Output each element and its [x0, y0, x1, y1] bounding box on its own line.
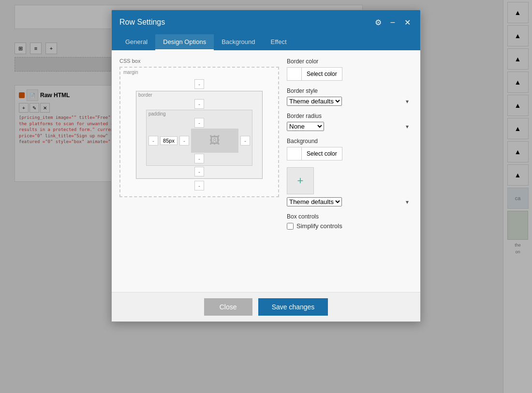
css-box-label: CSS box	[119, 58, 279, 64]
background-color-select-btn[interactable]: Select color	[301, 147, 342, 160]
border-top-btn[interactable]: -	[194, 99, 204, 109]
modal-title: Row Settings	[119, 18, 165, 27]
border-color-label: Border color	[287, 58, 413, 65]
css-box-section: CSS box margin - border -	[119, 58, 279, 284]
close-button[interactable]: Close	[204, 298, 252, 316]
background-dropdown-select[interactable]: Theme defaults Custom Transparent	[287, 197, 342, 206]
right-panel: Border color Select color Border style T…	[287, 58, 413, 284]
margin-top-btn[interactable]: -	[194, 79, 204, 89]
settings-icon-button[interactable]: ⚙	[373, 17, 384, 28]
row-settings-modal: Row Settings ⚙ – ✕ General Design Option…	[111, 10, 421, 322]
border-radius-select[interactable]: None Rounded Round	[287, 122, 324, 131]
background-color-row: Select color	[287, 147, 413, 160]
border-radius-dropdown-wrapper: None Rounded Round	[287, 122, 413, 131]
padding-top-btn[interactable]: -	[194, 118, 204, 128]
tab-design-options[interactable]: Design Options	[155, 34, 214, 50]
background-label: Background	[287, 138, 413, 145]
save-changes-button[interactable]: Save changes	[258, 298, 328, 316]
border-label: border	[138, 92, 152, 98]
css-box-container: margin - border -	[119, 67, 279, 197]
simplify-controls-checkbox[interactable]	[287, 223, 294, 230]
tab-general[interactable]: General	[118, 34, 155, 50]
border-color-group: Border color Select color	[287, 58, 413, 81]
simplify-controls-label[interactable]: Simplify controls	[296, 222, 342, 230]
border-radius-group: Border radius None Rounded Round	[287, 113, 413, 131]
modal-overlay: Row Settings ⚙ – ✕ General Design Option…	[0, 0, 532, 393]
content-placeholder-icon: 🖼	[209, 134, 220, 147]
modal-header-actions: ⚙ – ✕	[373, 17, 413, 28]
padding-label: padding	[148, 111, 166, 116]
modal-footer: Close Save changes	[112, 292, 420, 321]
minimize-button[interactable]: –	[387, 17, 398, 28]
margin-label: margin	[123, 70, 138, 75]
modal-body: CSS box margin - border -	[112, 50, 420, 292]
padding-left-btn[interactable]: -	[148, 136, 158, 146]
background-group: Background Select color	[287, 138, 413, 160]
border-color-select-btn[interactable]: Select color	[301, 67, 342, 81]
border-style-label: Border style	[287, 87, 413, 94]
gear-icon: ⚙	[375, 18, 382, 27]
close-icon: ✕	[404, 18, 411, 27]
close-modal-button[interactable]: ✕	[402, 17, 413, 28]
left-margin-value[interactable]: 85px	[160, 136, 177, 145]
padding-bottom-btn[interactable]: -	[194, 154, 204, 163]
border-radius-label: Border radius	[287, 113, 413, 119]
tab-effect[interactable]: Effect	[263, 34, 295, 50]
border-style-group: Border style Theme defaults None Solid D…	[287, 87, 413, 106]
background-dropdown-wrapper: Theme defaults Custom Transparent	[287, 197, 413, 206]
modal-tabs: General Design Options Background Effect	[112, 34, 420, 50]
minimize-icon: –	[391, 18, 395, 27]
background-image-preview[interactable]: +	[287, 167, 314, 194]
tab-background[interactable]: Background	[214, 34, 263, 50]
background-plus-icon: +	[297, 175, 304, 187]
box-controls-group: Box controls Simplify controls	[287, 213, 413, 230]
inner-right-btn[interactable]: -	[240, 136, 250, 146]
box-controls-label: Box controls	[287, 213, 413, 220]
border-style-dropdown-wrapper: Theme defaults None Solid Dashed Dotted	[287, 97, 413, 106]
background-dropdown-group: Theme defaults Custom Transparent	[287, 197, 413, 206]
border-bottom-btn[interactable]: -	[194, 167, 204, 176]
border-color-row: Select color	[287, 67, 413, 81]
modal-header: Row Settings ⚙ – ✕	[112, 10, 420, 34]
margin-bottom-btn[interactable]: -	[194, 181, 204, 190]
background-color-swatch[interactable]	[287, 147, 301, 160]
inner-left-btn[interactable]: -	[179, 136, 189, 146]
simplify-controls-row: Simplify controls	[287, 222, 413, 230]
border-style-select[interactable]: Theme defaults None Solid Dashed Dotted	[287, 97, 342, 106]
border-color-swatch[interactable]	[287, 67, 301, 81]
